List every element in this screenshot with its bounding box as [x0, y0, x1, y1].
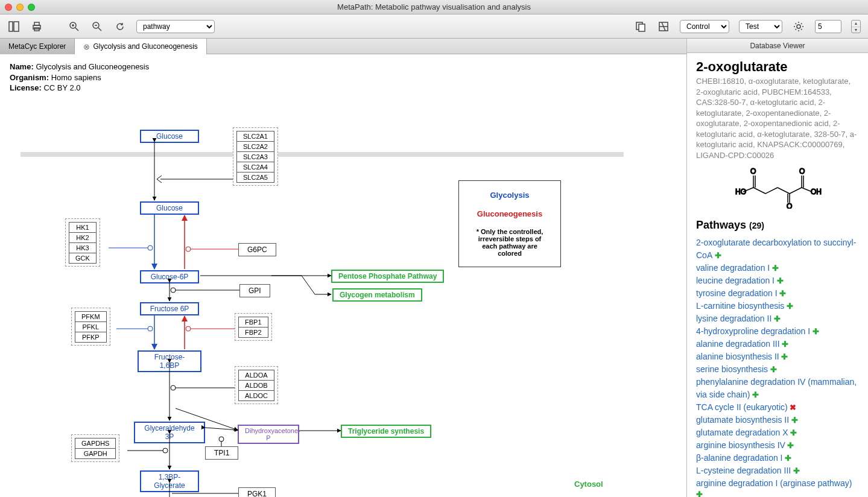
- pathway-diagram[interactable]: Glucose Glucose Glucose-6P Fructose 6P F…: [0, 101, 686, 497]
- enzyme-group-pfk[interactable]: PFKMPFKLPFKP: [71, 308, 110, 346]
- node-glucose-ext[interactable]: Glucose: [140, 130, 199, 143]
- enzyme-cell[interactable]: GCK: [69, 253, 97, 264]
- enzyme-cell[interactable]: SLC2A1: [236, 131, 274, 142]
- add-icon[interactable]: ✚: [712, 251, 721, 260]
- pathway-link[interactable]: glutamate biosynthesis II: [696, 415, 789, 425]
- remove-icon[interactable]: ✖: [788, 403, 797, 412]
- node-glucose6p[interactable]: Glucose-6P: [140, 270, 199, 283]
- pathway-link[interactable]: 4-hydroxyproline degradation I: [696, 326, 810, 336]
- enzyme-cell[interactable]: HK2: [69, 232, 97, 243]
- svg-text:O: O: [750, 167, 756, 176]
- enzyme-cell[interactable]: SLC2A4: [236, 162, 274, 173]
- node-fructose16bp[interactable]: Fructose-1,6BP: [138, 350, 201, 372]
- enzyme-cell[interactable]: SLC2A5: [236, 172, 274, 183]
- node-13bp[interactable]: 1,3BP-Glycerate: [140, 470, 199, 492]
- minimize-window-button[interactable]: [16, 4, 24, 11]
- enzyme-group-fbp[interactable]: FBP1FBP2: [235, 313, 272, 341]
- legend-note: * Only the controlled, irreversible step…: [474, 228, 546, 257]
- enzyme-group-hk[interactable]: HK1HK2HK3GCK: [65, 218, 100, 267]
- close-window-button[interactable]: [5, 4, 12, 11]
- add-icon[interactable]: ✚: [750, 390, 759, 399]
- pathway-link[interactable]: phenylalanine degradation IV (mammalian,…: [696, 377, 857, 399]
- close-icon[interactable]: ⊗: [83, 42, 90, 51]
- add-icon[interactable]: ✚: [783, 454, 792, 463]
- pathway-link[interactable]: arginine degradation I (arginase pathway…: [696, 478, 852, 488]
- merge-icon[interactable]: [657, 20, 670, 33]
- node-glucose-int[interactable]: Glucose: [140, 201, 199, 215]
- enzyme-cell[interactable]: HK3: [69, 242, 97, 253]
- node-triglyceride-synthesis[interactable]: Triglyceride synthesis: [341, 425, 431, 438]
- add-icon[interactable]: ✚: [696, 490, 703, 497]
- add-icon[interactable]: ✚: [771, 314, 781, 323]
- enzyme-group-aldo[interactable]: ALDOAALDOBALDOC: [235, 366, 278, 404]
- enzyme-cell[interactable]: SLC2A2: [236, 141, 274, 152]
- node-gap[interactable]: Glyceraldehyde 3P: [134, 422, 205, 443]
- node-fructose6p[interactable]: Fructose 6P: [140, 302, 199, 315]
- enzyme-cell[interactable]: PFKP: [75, 332, 107, 343]
- gear-icon[interactable]: [792, 20, 805, 33]
- layout-icon[interactable]: [7, 20, 21, 33]
- enzyme-cell[interactable]: ALDOC: [238, 390, 274, 401]
- add-icon[interactable]: ✚: [784, 302, 793, 311]
- enzyme-group-slc[interactable]: SLC2A1SLC2A2SLC2A3SLC2A4SLC2A5: [233, 127, 278, 186]
- enzyme-pgk1[interactable]: PGK1: [238, 487, 276, 497]
- add-icon[interactable]: ✚: [779, 352, 788, 361]
- add-icon[interactable]: ✚: [785, 441, 794, 450]
- pathway-select[interactable]: pathway: [136, 20, 215, 33]
- pathway-link[interactable]: TCA cycle II (eukaryotic): [696, 402, 788, 412]
- enzyme-gpi[interactable]: GPI: [239, 284, 270, 297]
- enzyme-cell[interactable]: FBP1: [238, 317, 268, 328]
- add-icon[interactable]: ✚: [770, 264, 779, 273]
- pathway-link[interactable]: arginine biosynthesis IV: [696, 440, 785, 450]
- pathway-link[interactable]: alanine degradation III: [696, 339, 780, 349]
- enzyme-cell[interactable]: SLC2A3: [236, 151, 274, 162]
- pathway-link[interactable]: leucine degradation I: [696, 276, 775, 285]
- zoom-in-icon[interactable]: [68, 20, 81, 33]
- copy-icon[interactable]: [634, 20, 647, 33]
- svg-rect-1: [14, 22, 19, 31]
- add-icon[interactable]: ✚: [780, 340, 789, 349]
- number-input[interactable]: [815, 20, 841, 33]
- tab-glycolysis[interactable]: ⊗Glycolysis and Gluconeogenesis: [75, 39, 206, 54]
- enzyme-cell[interactable]: HK1: [69, 222, 97, 233]
- enzyme-cell[interactable]: ALDOB: [238, 380, 274, 391]
- add-icon[interactable]: ✚: [775, 276, 784, 285]
- enzyme-cell[interactable]: GAPDHS: [75, 438, 116, 449]
- pathway-link[interactable]: serine biosynthesis: [696, 364, 768, 374]
- pathway-link[interactable]: β-alanine degradation I: [696, 453, 783, 463]
- pathways-label: Pathways: [696, 219, 746, 231]
- control-select[interactable]: Control: [680, 20, 729, 33]
- svg-line-56: [778, 188, 790, 194]
- pathway-link[interactable]: glutamate degradation X: [696, 428, 788, 437]
- zoom-window-button[interactable]: [28, 4, 35, 11]
- pathway-link[interactable]: alanine biosynthesis II: [696, 352, 779, 361]
- add-icon[interactable]: ✚: [768, 365, 777, 374]
- refresh-icon[interactable]: [113, 20, 127, 33]
- test-select[interactable]: Test: [739, 20, 782, 33]
- enzyme-cell[interactable]: ALDOA: [238, 370, 274, 381]
- pathway-link[interactable]: L-carnitine biosynthesis: [696, 301, 784, 311]
- node-pentose-phosphate[interactable]: Pentose Phosphate Pathway: [331, 270, 444, 283]
- add-icon[interactable]: ✚: [789, 416, 798, 425]
- enzyme-cell[interactable]: PFKM: [75, 311, 107, 322]
- node-dhap[interactable]: Dihydroxyacetone-P: [238, 425, 299, 444]
- pathway-link[interactable]: valine degradation I: [696, 263, 770, 273]
- print-icon[interactable]: [30, 20, 43, 33]
- enzyme-cell[interactable]: PFKL: [75, 321, 107, 332]
- node-glycogen-metabolism[interactable]: Glycogen metabolism: [332, 288, 422, 302]
- pathway-link[interactable]: L-cysteine degradation III: [696, 466, 791, 475]
- enzyme-cell[interactable]: FBP2: [238, 327, 268, 338]
- tab-metacyc-explorer[interactable]: MetaCyc Explorer: [0, 39, 75, 54]
- pathway-link[interactable]: lysine degradation II: [696, 314, 771, 323]
- add-icon[interactable]: ✚: [778, 289, 787, 298]
- enzyme-cell[interactable]: GAPDH: [75, 448, 116, 459]
- pathway-link[interactable]: tyrosine degradation I: [696, 288, 778, 298]
- zoom-out-icon[interactable]: [90, 20, 104, 33]
- add-icon[interactable]: ✚: [788, 428, 797, 437]
- add-icon[interactable]: ✚: [810, 327, 819, 336]
- number-stepper[interactable]: ▲▼: [851, 20, 861, 33]
- add-icon[interactable]: ✚: [791, 466, 800, 475]
- enzyme-g6pc[interactable]: G6PC: [238, 243, 276, 256]
- enzyme-group-gapdh[interactable]: GAPDHSGAPDH: [71, 434, 119, 462]
- enzyme-tpi1[interactable]: TPI1: [205, 446, 238, 460]
